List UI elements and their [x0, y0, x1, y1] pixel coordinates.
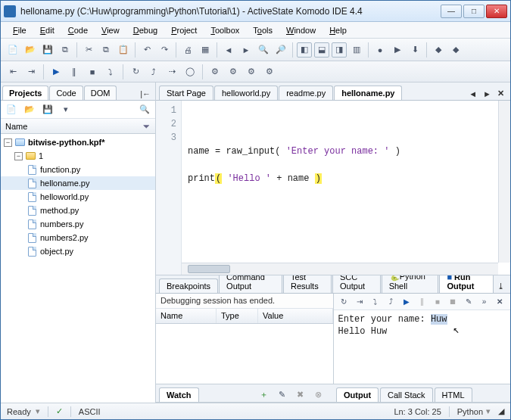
step-into-icon[interactable]: ⤵: [103, 64, 118, 79]
find-next-icon[interactable]: 🔎: [273, 42, 288, 58]
menu-file[interactable]: File: [7, 24, 33, 36]
new-icon[interactable]: 📄: [5, 42, 20, 58]
save-all-icon[interactable]: ⧉: [58, 42, 73, 58]
open-icon[interactable]: 📂: [23, 42, 38, 58]
indent-left-icon[interactable]: ⇤: [5, 64, 20, 79]
vars-body[interactable]: [156, 324, 333, 384]
tab-call-stack[interactable]: Call Stack: [380, 387, 433, 402]
tree-file[interactable]: function.py: [1, 163, 155, 176]
status-language[interactable]: Python: [457, 407, 483, 416]
stop-icon[interactable]: ■: [85, 64, 100, 79]
resize-grip-icon[interactable]: ◢: [498, 406, 504, 416]
minimize-button[interactable]: —: [441, 5, 462, 18]
toggle-icon[interactable]: ▥: [349, 42, 364, 58]
play-icon[interactable]: ▶: [48, 64, 64, 79]
tab-close-icon[interactable]: ✕: [494, 87, 507, 100]
menu-tools[interactable]: Tools: [247, 24, 279, 36]
tree-file[interactable]: helloworld.py: [1, 190, 155, 204]
menu-view[interactable]: View: [95, 24, 126, 36]
proj-new-icon[interactable]: 📄: [4, 102, 19, 117]
project-tree[interactable]: − bitwise-python.kpf* − 1 function.py he…: [1, 134, 155, 403]
collapse-bottom-icon[interactable]: ⤓: [494, 280, 507, 293]
col-value[interactable]: Value: [258, 309, 333, 323]
tab-next-icon[interactable]: ►: [480, 88, 494, 100]
tree-root[interactable]: − bitwise-python.kpf*: [1, 135, 155, 149]
kill-icon[interactable]: ⏹: [447, 296, 460, 308]
more-icon[interactable]: »: [478, 296, 491, 308]
scroll-thumb[interactable]: [188, 265, 230, 273]
tab-html[interactable]: HTML: [435, 387, 472, 402]
save-icon[interactable]: 💾: [40, 42, 55, 58]
preview-icon[interactable]: ▦: [198, 42, 213, 58]
menu-help[interactable]: Help: [323, 24, 353, 36]
clear-all-icon[interactable]: ⊗: [310, 387, 326, 402]
help-icon[interactable]: ◆: [448, 42, 463, 58]
menu-window[interactable]: Window: [280, 24, 322, 36]
tool1-icon[interactable]: ⚙: [207, 64, 223, 79]
tab-output[interactable]: Output: [336, 387, 379, 402]
tab-breakpoints[interactable]: Breakpoints: [159, 278, 218, 293]
tree-file[interactable]: helloname.py: [1, 176, 155, 190]
refresh-icon[interactable]: ↻: [338, 296, 350, 308]
status-encoding[interactable]: ASCII: [79, 407, 101, 416]
status-dropdown-icon[interactable]: ▾: [36, 406, 40, 416]
tool3-icon[interactable]: ⚙: [244, 64, 259, 79]
editor[interactable]: 1 2 3 name = raw_input( 'Enter your name…: [156, 101, 510, 275]
close-button[interactable]: ✕: [486, 5, 507, 18]
tab-prev-icon[interactable]: ◄: [466, 88, 480, 100]
proj-open-icon[interactable]: 📂: [22, 102, 37, 117]
tab-projects[interactable]: Projects: [2, 86, 48, 100]
status-lang-dropdown-icon[interactable]: ▾: [486, 406, 491, 416]
close-output-icon[interactable]: ✕: [494, 296, 506, 308]
find-icon[interactable]: 🔍: [256, 42, 271, 58]
stop-icon[interactable]: ■: [432, 296, 444, 308]
step-out-icon[interactable]: ⤴: [146, 64, 161, 79]
col-type[interactable]: Type: [217, 309, 258, 323]
tab-helloname[interactable]: helloname.py: [334, 86, 402, 100]
step3-icon[interactable]: ⤴: [385, 296, 397, 308]
edit-icon[interactable]: ✎: [274, 387, 289, 402]
tree-file[interactable]: object.py: [1, 244, 155, 258]
tab-start-page[interactable]: Start Page: [159, 86, 213, 100]
copy-icon[interactable]: ⧉: [98, 42, 114, 58]
run-output-text[interactable]: Enter your name: Huw Hello Huw↖: [334, 310, 511, 384]
menu-toolbox[interactable]: Toolbox: [204, 24, 245, 36]
code-area[interactable]: name = raw_input( 'Enter your name: ' ) …: [182, 101, 510, 275]
col-name[interactable]: Name: [156, 309, 217, 323]
tree-file[interactable]: numbers.py: [1, 217, 155, 231]
vertical-scrollbar[interactable]: [498, 101, 510, 263]
tree-file[interactable]: method.py: [1, 204, 155, 217]
menu-debug[interactable]: Debug: [127, 24, 164, 36]
tool4-icon[interactable]: ⚙: [262, 64, 277, 79]
horizontal-scrollbar[interactable]: [182, 263, 498, 275]
add-icon[interactable]: ＋: [256, 387, 271, 402]
run-to-icon[interactable]: ⇢: [164, 64, 179, 79]
step1-icon[interactable]: ⇥: [354, 296, 366, 308]
proj-save-icon[interactable]: 💾: [40, 102, 55, 117]
menu-code[interactable]: Code: [62, 24, 94, 36]
cut-icon[interactable]: ✂: [81, 42, 96, 58]
paste-icon[interactable]: 📋: [116, 42, 131, 58]
menu-project[interactable]: Project: [165, 24, 203, 36]
tab-dom[interactable]: DOM: [84, 86, 117, 100]
tab-readme[interactable]: readme.py: [279, 86, 333, 100]
tab-code[interactable]: Code: [49, 86, 83, 100]
back-icon[interactable]: ◄: [221, 42, 236, 58]
proj-menu-icon[interactable]: ▾: [58, 102, 73, 117]
tree-folder[interactable]: − 1: [1, 149, 155, 163]
delete-icon[interactable]: ✖: [292, 387, 307, 402]
tool2-icon[interactable]: ⚙: [226, 64, 241, 79]
step2-icon[interactable]: ⤵: [369, 296, 382, 308]
pane-left-icon[interactable]: ◧: [297, 42, 312, 58]
step-over-icon[interactable]: ↻: [128, 64, 143, 79]
pane-bottom-icon[interactable]: ⬓: [314, 42, 329, 58]
tree-header-chevron-icon[interactable]: ⏷: [142, 122, 151, 131]
macro-rec-icon[interactable]: ●: [372, 42, 388, 58]
play-icon[interactable]: ▶: [400, 296, 413, 308]
collapse-icon[interactable]: −: [14, 152, 23, 160]
macro-play-icon[interactable]: ▶: [390, 42, 405, 58]
menu-edit[interactable]: Edit: [34, 24, 61, 36]
pane-right-icon[interactable]: ◨: [332, 42, 347, 58]
collapse-icon[interactable]: −: [4, 138, 12, 147]
print-icon[interactable]: 🖨: [180, 42, 195, 58]
